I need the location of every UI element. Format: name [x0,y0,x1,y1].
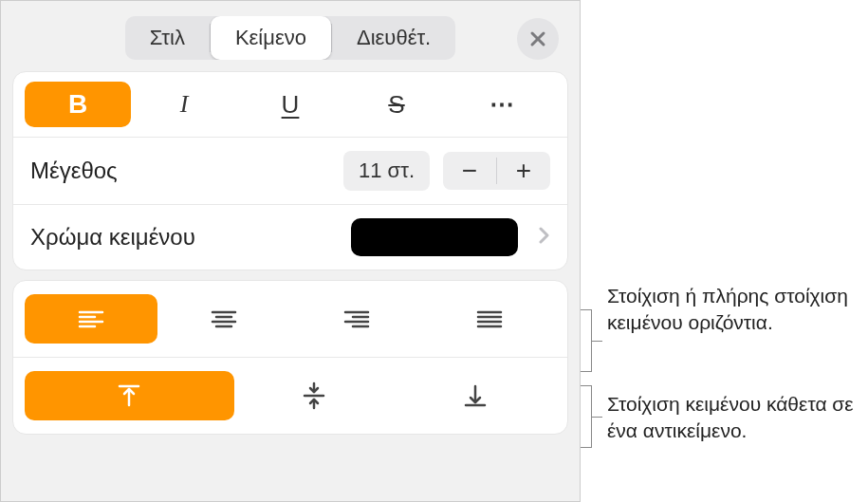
align-justify-icon [476,309,503,328]
strikethrough-icon: S [388,90,404,120]
segmented-control: Στιλ Κείμενο Διευθέτ. [125,16,456,60]
text-color-label: Χρώμα κειμένου [30,224,338,251]
more-button[interactable]: ⋯ [450,82,556,127]
close-button[interactable] [517,18,559,60]
alignment-section [12,280,568,435]
align-left-icon [78,309,104,328]
style-row: B I U S ⋯ [13,72,567,138]
callout-vertical: Στοίχιση κειμένου κάθετα σε ένα αντικείμ… [607,391,859,445]
align-right-button[interactable] [290,294,423,344]
size-value[interactable]: 11 στ. [343,151,430,191]
text-inspector-panel: Στιλ Κείμενο Διευθέτ. B I U S ⋯ [0,0,581,502]
valign-top-icon [118,383,140,408]
underline-icon: U [282,90,300,120]
underline-button[interactable]: U [237,82,343,127]
strikethrough-button[interactable]: S [343,82,450,127]
callout-horizontal: Στοίχιση ή πλήρης στοίχιση κειμένου οριζ… [607,283,859,337]
size-label: Μέγεθος [30,158,330,184]
tab-text[interactable]: Κείμενο [211,16,331,60]
callout-bracket [581,309,592,372]
size-decrease-button[interactable]: − [443,152,496,190]
size-increase-button[interactable]: + [497,152,550,190]
valign-top-button[interactable] [25,371,234,420]
horizontal-align-row [13,281,567,357]
text-format-section: B I U S ⋯ Μέγεθος 11 στ. − + Χρώμα κειμέ… [12,71,568,270]
text-color-row[interactable]: Χρώμα κειμένου [13,205,567,270]
valign-bottom-icon [464,383,487,408]
valign-middle-icon [303,381,325,410]
valign-bottom-button[interactable] [395,371,556,420]
tabs-row: Στιλ Κείμενο Διευθέτ. [1,1,580,67]
align-center-button[interactable] [157,294,290,344]
italic-button[interactable]: I [131,82,237,127]
close-icon [529,30,546,47]
tab-arrange[interactable]: Διευθέτ. [332,16,455,60]
color-swatch[interactable] [351,218,518,256]
font-size-row: Μέγεθος 11 στ. − + [13,138,567,205]
align-right-icon [343,309,370,328]
callout-bracket [581,385,592,448]
align-left-button[interactable] [25,294,157,344]
vertical-align-row [13,357,567,434]
align-justify-button[interactable] [423,294,556,344]
size-stepper: − + [443,152,550,190]
valign-middle-button[interactable] [234,371,396,420]
chevron-right-icon[interactable] [531,224,558,251]
bold-button[interactable]: B [25,82,131,127]
tab-style[interactable]: Στιλ [125,16,210,60]
more-icon: ⋯ [489,90,516,120]
align-center-icon [211,309,237,328]
